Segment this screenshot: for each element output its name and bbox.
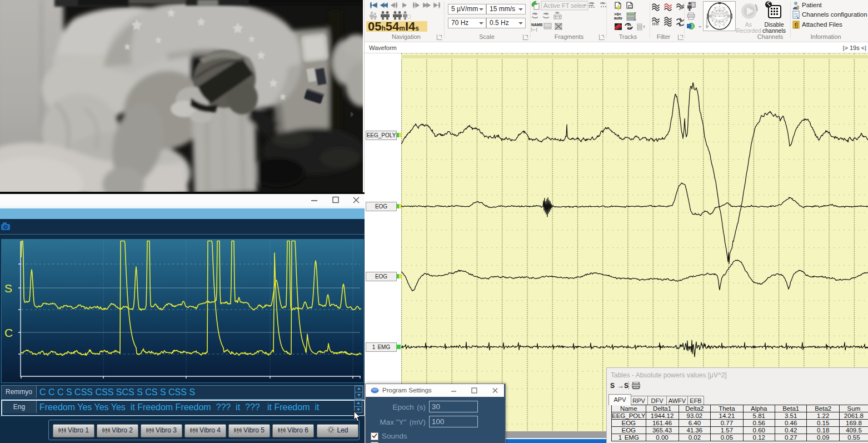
svg-text:Active FT selec: Active FT selec — [543, 2, 585, 9]
svg-text:auto: auto — [614, 16, 622, 20]
svg-text:R2: R2 — [627, 27, 631, 30]
svg-text:NAME: NAME — [531, 23, 543, 27]
svg-text:Attached Files: Attached Files — [802, 21, 842, 28]
svg-text:Patient: Patient — [802, 2, 822, 8]
svg-text:Channels configuration: Channels configuration — [802, 11, 867, 18]
svg-text:›: › — [350, 108, 353, 119]
svg-text:|↔|: |↔| — [531, 27, 537, 32]
